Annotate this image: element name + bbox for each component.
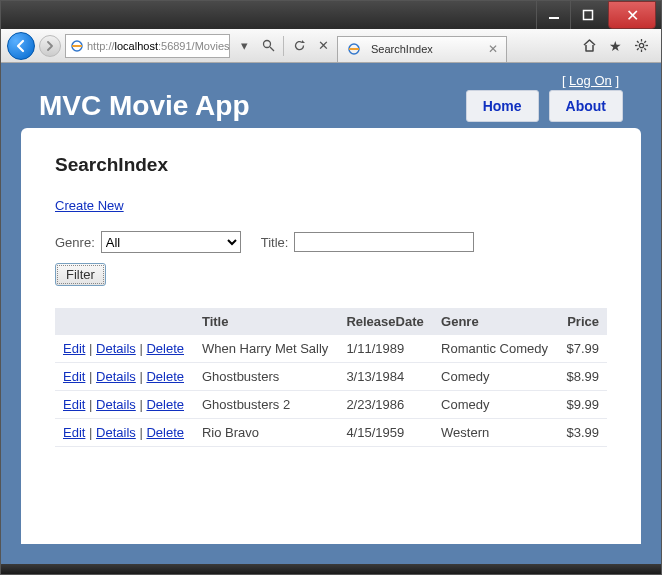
delete-link[interactable]: Delete <box>146 341 184 356</box>
title-input[interactable] <box>294 232 474 252</box>
content-card: SearchIndex Create New Genre: All Title:… <box>21 128 641 544</box>
details-link[interactable]: Details <box>96 369 136 384</box>
svg-line-4 <box>270 47 274 51</box>
edit-link[interactable]: Edit <box>63 341 85 356</box>
svg-line-11 <box>637 41 639 43</box>
favorites-icon[interactable]: ★ <box>605 36 625 56</box>
toolbar-divider <box>283 36 284 56</box>
top-links: [ Log On ] <box>5 67 657 90</box>
window-titlebar: ✕ <box>1 1 661 29</box>
cell-price: $7.99 <box>558 335 607 363</box>
ie-logo-icon <box>70 38 84 54</box>
search-icon[interactable] <box>258 36 278 56</box>
svg-line-13 <box>637 48 639 50</box>
cell-title: Ghostbusters <box>194 363 338 391</box>
details-link[interactable]: Details <box>96 425 136 440</box>
tab-close-icon[interactable]: ✕ <box>488 42 498 56</box>
refresh-icon[interactable] <box>289 36 309 56</box>
page-viewport: [ Log On ] MVC Movie App Home About Sear… <box>1 63 661 564</box>
table-row: Edit | Details | DeleteGhostbusters 22/2… <box>55 391 607 419</box>
maximize-button[interactable] <box>570 1 604 29</box>
logon-link[interactable]: Log On <box>569 73 612 88</box>
cell-release: 2/23/1986 <box>338 391 433 419</box>
table-row: Edit | Details | DeleteWhen Harry Met Sa… <box>55 335 607 363</box>
page-heading: SearchIndex <box>55 154 607 176</box>
table-row: Edit | Details | DeleteRio Bravo4/15/195… <box>55 419 607 447</box>
col-genre: Genre <box>433 308 558 335</box>
cell-title: When Harry Met Sally <box>194 335 338 363</box>
delete-link[interactable]: Delete <box>146 425 184 440</box>
tab-favicon-icon <box>346 41 362 57</box>
cell-price: $8.99 <box>558 363 607 391</box>
cell-price: $3.99 <box>558 419 607 447</box>
cell-release: 4/15/1959 <box>338 419 433 447</box>
delete-link[interactable]: Delete <box>146 397 184 412</box>
url-host: localhost <box>115 40 158 52</box>
home-icon[interactable] <box>579 36 599 56</box>
app-title: MVC Movie App <box>39 90 250 122</box>
delete-link[interactable]: Delete <box>146 369 184 384</box>
cell-release: 3/13/1984 <box>338 363 433 391</box>
nav-back-button[interactable] <box>7 32 35 60</box>
browser-window: ✕ http://localhost:56891/Movies/Se ▾ ✕ S… <box>0 0 662 575</box>
filter-row: Genre: All Title: <box>55 231 607 253</box>
genre-select[interactable]: All <box>101 231 241 253</box>
filter-button[interactable]: Filter <box>55 263 106 286</box>
url-prefix: http:// <box>87 40 115 52</box>
nav-forward-button[interactable] <box>39 35 61 57</box>
url-rest: :56891/Movies/Se <box>158 40 230 52</box>
movies-table: Title ReleaseDate Genre Price Edit | Det… <box>55 308 607 447</box>
svg-line-12 <box>644 48 646 50</box>
col-title: Title <box>194 308 338 335</box>
nav-home[interactable]: Home <box>466 90 539 122</box>
tools-icon[interactable] <box>631 36 651 56</box>
genre-label: Genre: <box>55 235 95 250</box>
title-label: Title: <box>261 235 289 250</box>
svg-line-14 <box>644 41 646 43</box>
col-price: Price <box>558 308 607 335</box>
close-button[interactable]: ✕ <box>608 1 656 29</box>
create-new-link[interactable]: Create New <box>55 198 124 213</box>
cell-price: $9.99 <box>558 391 607 419</box>
edit-link[interactable]: Edit <box>63 369 85 384</box>
address-bar[interactable]: http://localhost:56891/Movies/Se <box>65 34 230 58</box>
cell-release: 1/11/1989 <box>338 335 433 363</box>
svg-point-6 <box>639 43 643 47</box>
edit-link[interactable]: Edit <box>63 425 85 440</box>
edit-link[interactable]: Edit <box>63 397 85 412</box>
nav-about[interactable]: About <box>549 90 623 122</box>
window-footer <box>1 564 661 574</box>
svg-rect-0 <box>549 17 559 19</box>
window-controls: ✕ <box>536 1 661 29</box>
browser-tab[interactable]: SearchIndex ✕ <box>337 36 507 62</box>
browser-toolbar: http://localhost:56891/Movies/Se ▾ ✕ Sea… <box>1 29 661 63</box>
svg-rect-1 <box>583 11 592 20</box>
minimize-button[interactable] <box>536 1 570 29</box>
col-release: ReleaseDate <box>338 308 433 335</box>
table-row: Edit | Details | DeleteGhostbusters3/13/… <box>55 363 607 391</box>
tab-title: SearchIndex <box>371 43 433 55</box>
cell-title: Ghostbusters 2 <box>194 391 338 419</box>
cell-title: Rio Bravo <box>194 419 338 447</box>
col-actions <box>55 308 194 335</box>
cell-genre: Comedy <box>433 363 558 391</box>
dropdown-icon[interactable]: ▾ <box>234 36 254 56</box>
svg-point-3 <box>263 41 270 48</box>
details-link[interactable]: Details <box>96 397 136 412</box>
cell-genre: Romantic Comedy <box>433 335 558 363</box>
cell-genre: Western <box>433 419 558 447</box>
details-link[interactable]: Details <box>96 341 136 356</box>
cell-genre: Comedy <box>433 391 558 419</box>
stop-icon[interactable]: ✕ <box>313 36 333 56</box>
